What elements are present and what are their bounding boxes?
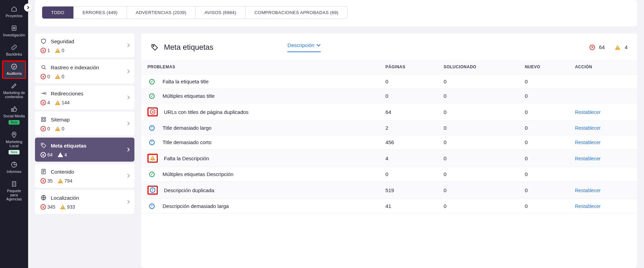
new-count: 0 (518, 74, 569, 89)
error-count: ✕0 (40, 74, 50, 79)
nav-item-investigación[interactable]: Investigación (2, 22, 26, 40)
left-nav: Proyectos Investigación Backlinks Audito… (0, 0, 28, 268)
issues-table: PROBLEMASPÁGINASSOLUCIONADONUEVOACCIÓN ✓… (141, 60, 637, 213)
category-title: Seguridad (51, 38, 74, 44)
chevron-right-icon (127, 148, 130, 152)
tab-avisos[interactable]: AVISOS (6984) (195, 7, 246, 19)
pages-count: 0 (379, 89, 438, 103)
problem-name: Falta la etiqueta title (163, 79, 208, 84)
nav-badge: Beta (9, 120, 20, 125)
pages-count: 519 (379, 182, 438, 199)
nav-item-social-media[interactable]: Social Media Beta (2, 103, 26, 128)
category-seguridad[interactable]: Seguridad ✕1 0 (35, 33, 134, 57)
tab-comprobaciones[interactable]: COMPROBACIONES APROBADAS (69) (246, 7, 347, 19)
problem-name: Múltiples etiquetas Descripción (163, 171, 234, 177)
filter-dropdown[interactable]: Descripción (287, 42, 320, 52)
category-rastreo-e-indexación[interactable]: Rastreo e indexación ✕0 0 (35, 59, 134, 83)
warn-count: 794 (58, 178, 72, 184)
search-icon (40, 64, 47, 70)
home-icon (11, 5, 17, 12)
svg-point-3 (13, 133, 15, 135)
nav-item-backlinks[interactable]: Backlinks (2, 41, 26, 60)
reset-action[interactable]: Restablecer (575, 109, 601, 115)
pages-count: 456 (379, 135, 438, 150)
solved-count: 0 (438, 182, 519, 199)
table-row[interactable]: ! Descripción demasiado larga 41 0 0 Res… (141, 199, 637, 213)
chevron-right-icon (127, 43, 130, 47)
nav-item-paquete-para-agencias[interactable]: Paquete para Agencias (2, 178, 26, 205)
problem-name: Múltiples etiquetas title (163, 93, 215, 99)
category-title: Sitemap (51, 117, 70, 123)
category-title: Contenido (51, 169, 74, 175)
nav-item-informes[interactable]: Informes (2, 159, 26, 177)
nav-label: Marketing Local (3, 140, 25, 148)
category-localización[interactable]: Localización ✕345 933 (35, 190, 134, 214)
category-meta-etiquetas[interactable]: Meta etiquetas ✕64 4 (35, 138, 134, 162)
table-row[interactable]: ✓ Múltiples etiquetas Descripción 0 0 0 (141, 167, 637, 182)
reset-action[interactable]: Restablecer (575, 156, 601, 161)
nav-item-marketing-de-contenidos[interactable]: Marketing de contenidos (2, 80, 26, 102)
issues-panel: Meta etiquetas Descripción ✕ 64 4 PROBLE… (141, 33, 637, 268)
pencil-icon (11, 82, 17, 89)
globe-icon (40, 195, 47, 201)
solved-count: 0 (438, 199, 519, 213)
table-row[interactable]: ! Title demasiado largo 2 0 0 Restablece… (141, 121, 637, 135)
column-acción: ACCIÓN (569, 60, 637, 74)
table-row[interactable]: ✓ Falta la etiqueta title 0 0 0 (141, 74, 637, 89)
solved-count: 0 (438, 135, 519, 150)
pie-icon (11, 161, 17, 168)
thumbs-up-icon (11, 106, 17, 113)
expand-nav-button[interactable] (24, 3, 32, 12)
status-ok-icon: ✓ (147, 93, 156, 99)
category-redirecciones[interactable]: Redirecciones ✕4 144 (35, 85, 134, 109)
reset-action[interactable]: Restablecer (575, 140, 601, 145)
tag-icon (40, 142, 47, 149)
status-ok-icon: ✓ (147, 172, 156, 177)
pages-count: 4 (379, 150, 438, 167)
tab-errores[interactable]: ERRORES (449) (74, 7, 127, 19)
category-sitemap[interactable]: Sitemap ✕0 0 (35, 112, 134, 136)
new-count: 0 (518, 121, 569, 135)
problem-name: Falta la Descripción (164, 155, 209, 161)
problem-name: Descripción demasiado larga (163, 203, 229, 209)
category-title: Redirecciones (51, 91, 83, 96)
tab-todo[interactable]: TODO (42, 7, 74, 19)
nav-item-auditoría[interactable]: Auditoría (2, 60, 26, 79)
nav-label: Backlinks (6, 52, 22, 56)
nav-label: Proyectos (6, 14, 23, 18)
tabs-container: TODOERRORES (449)ADVERTENCIAS (2039)AVIS… (35, 0, 637, 26)
chevron-right-icon (127, 200, 130, 204)
reset-action[interactable]: Restablecer (575, 188, 601, 193)
new-count: 0 (518, 182, 569, 199)
error-count: ✕1 (40, 48, 50, 53)
new-count: 0 (518, 167, 569, 182)
table-row[interactable]: ! Title demasiado corto 456 0 0 Restable… (141, 135, 637, 150)
pages-count: 0 (379, 74, 438, 89)
category-contenido[interactable]: Contenido ✕35 794 (35, 164, 134, 188)
warn-count: 933 (60, 204, 75, 210)
new-count: 0 (518, 103, 569, 121)
new-count: 0 (518, 199, 569, 213)
status-err-icon: ✕ (147, 107, 158, 116)
search-doc-icon (11, 25, 17, 32)
nav-item-marketing-local[interactable]: Marketing Local New (2, 129, 26, 158)
pages-count: 2 (379, 121, 438, 135)
building-icon (11, 180, 17, 187)
tab-advertencias[interactable]: ADVERTENCIAS (2039) (127, 7, 196, 19)
nav-label: Marketing de contenidos (3, 91, 25, 99)
chevron-right-icon (127, 121, 130, 126)
error-count: ✕0 (40, 126, 50, 131)
reset-action[interactable]: Restablecer (575, 203, 601, 209)
table-row[interactable]: ✓ Múltiples etiquetas title 0 0 0 (141, 89, 637, 103)
table-row[interactable]: ✕ URLs con titles de página duplicados 6… (141, 103, 637, 121)
svg-point-2 (12, 64, 17, 69)
check-circle-icon (11, 63, 17, 70)
table-row[interactable]: ! Descripción duplicada 519 0 0 Restable… (141, 182, 637, 199)
redirect-icon (40, 90, 47, 96)
nav-item-proyectos[interactable]: Proyectos (2, 3, 26, 21)
svg-rect-9 (44, 120, 46, 122)
nav-label: Paquete para Agencias (3, 189, 25, 201)
category-title: Meta etiquetas (51, 143, 86, 149)
table-row[interactable]: Falta la Descripción 4 0 0 Restablecer (141, 150, 637, 167)
reset-action[interactable]: Restablecer (575, 125, 601, 131)
